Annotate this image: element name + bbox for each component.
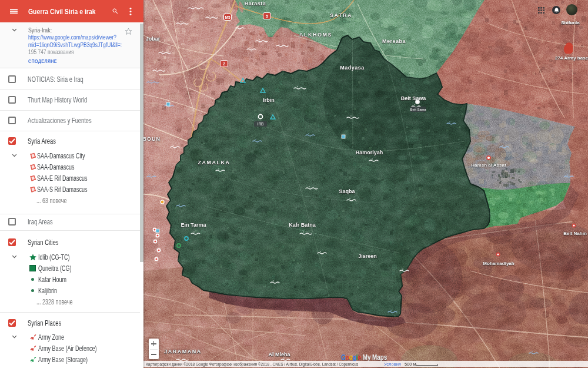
svg-text:JARAMANA: JARAMANA xyxy=(164,349,202,354)
svg-text:Jisreen: Jisreen xyxy=(358,253,377,259)
svg-text:ZAMALKA: ZAMALKA xyxy=(198,160,230,165)
svg-text:5: 5 xyxy=(266,14,268,18)
svg-text:Harasta: Harasta xyxy=(245,1,266,6)
svg-text:Jobar: Jobar xyxy=(146,36,161,42)
svg-text:Kafr Batna: Kafr Batna xyxy=(289,222,316,228)
svg-text:Beit Sawa: Beit Sawa xyxy=(401,95,427,101)
svg-text:Mersaba: Mersaba xyxy=(382,38,406,44)
svg-text:2: 2 xyxy=(223,62,225,66)
svg-text:Beit Sawa: Beit Sawa xyxy=(410,108,426,111)
svg-text:Hamoriyah: Hamoriyah xyxy=(356,150,383,155)
svg-text:Saqba: Saqba xyxy=(339,188,355,194)
svg-text:ABOUN: ABOUN xyxy=(143,136,161,142)
svg-text:Madyasa: Madyasa xyxy=(340,65,365,71)
svg-text:Beit Nahm: Beit Nahm xyxy=(563,231,587,236)
svg-text:Irbin: Irbin xyxy=(263,97,275,103)
svg-text:IRB: IRB xyxy=(258,122,264,126)
svg-text:M5: M5 xyxy=(225,15,230,19)
svg-text:SATRA: SATRA xyxy=(330,12,352,18)
svg-text:Ein Tarma: Ein Tarma xyxy=(181,222,207,228)
svg-text:ALKHOMS: ALKHOMS xyxy=(299,32,332,38)
svg-text:274 Army base: 274 Army base xyxy=(555,55,588,61)
svg-text:Hamsh al Assaf: Hamsh al Assaf xyxy=(471,163,506,168)
svg-text:Al Mleha: Al Mleha xyxy=(268,352,290,357)
svg-text:Mohamadiyah: Mohamadiyah xyxy=(483,261,514,266)
